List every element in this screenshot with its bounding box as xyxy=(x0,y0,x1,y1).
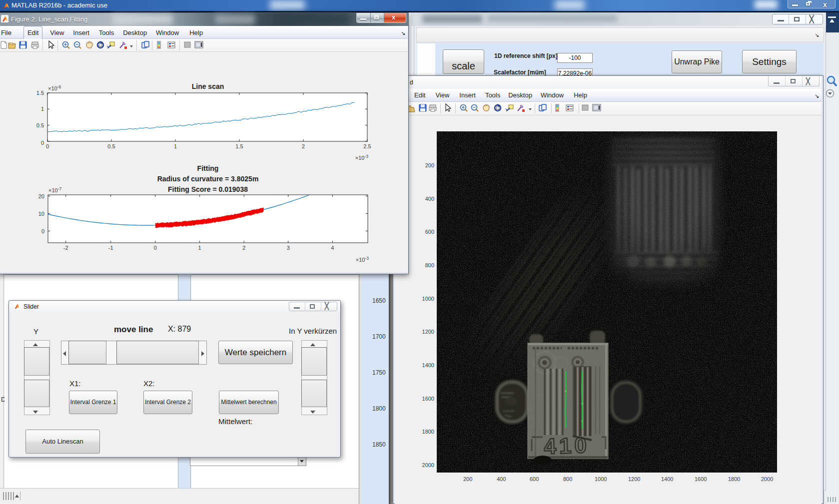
svg-text:0.5: 0.5 xyxy=(36,122,44,128)
svg-text:-2: -2 xyxy=(63,245,68,251)
svg-text:0: 0 xyxy=(41,140,44,146)
svg-text:Fitting: Fitting xyxy=(197,164,219,172)
svg-text:410: 410 xyxy=(544,433,590,459)
svg-text:1.5: 1.5 xyxy=(36,90,44,96)
svg-text:3: 3 xyxy=(287,245,290,251)
svg-text:0: 0 xyxy=(46,143,49,149)
svg-text:0.5: 0.5 xyxy=(107,143,115,149)
svg-text:1: 1 xyxy=(198,245,201,251)
svg-text:1: 1 xyxy=(41,106,44,112)
svg-text:0: 0 xyxy=(41,228,44,234)
svg-text:20: 20 xyxy=(38,193,44,199)
svg-text:×10-3: ×10-3 xyxy=(355,154,369,161)
svg-text:4: 4 xyxy=(331,245,334,251)
svg-text:2: 2 xyxy=(242,245,245,251)
svg-text:×10-7: ×10-7 xyxy=(48,186,62,193)
svg-text:0: 0 xyxy=(154,245,157,251)
svg-text:-1: -1 xyxy=(108,245,113,251)
svg-text:1: 1 xyxy=(174,143,177,149)
svg-text:Fitting Score = 0.019038: Fitting Score = 0.019038 xyxy=(168,185,248,193)
svg-text:×10-3: ×10-3 xyxy=(356,256,369,263)
svg-text:×10-6: ×10-6 xyxy=(48,84,61,91)
svg-text:Radius of curvature = 3.8025m: Radius of curvature = 3.8025m xyxy=(157,175,259,183)
svg-text:Line scan: Line scan xyxy=(192,82,224,90)
svg-text:10: 10 xyxy=(38,211,44,217)
svg-text:2.5: 2.5 xyxy=(363,143,371,149)
svg-text:2: 2 xyxy=(302,143,305,149)
svg-text:1.5: 1.5 xyxy=(235,143,243,149)
